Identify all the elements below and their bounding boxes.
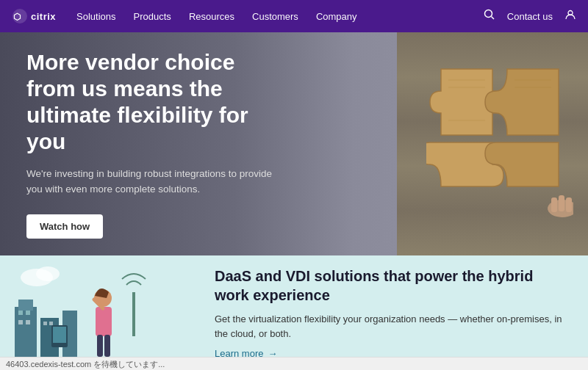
svg-point-2 [484,10,492,18]
hero-section: More vendor choice from us means the ult… [0,32,588,255]
svg-rect-28 [96,307,112,336]
city-illustration [7,255,184,370]
nav-item-solutions[interactable]: Solutions [76,11,115,22]
nav-item-customers[interactable]: Customers [252,11,298,22]
svg-rect-24 [43,322,47,325]
status-bar: 46403.cedexis-test.com を待機しています... [0,357,588,370]
svg-rect-26 [132,292,135,336]
svg-rect-25 [49,322,53,325]
hero-content: More vendor choice from us means the ult… [0,32,309,255]
bottom-description: Get the virtualization flexibility your … [215,312,564,341]
svg-rect-30 [97,335,103,357]
hero-image [323,32,588,255]
puzzle-illustration [426,62,573,223]
bottom-content: DaaS and VDI solutions that power the hy… [191,255,588,370]
hero-title: More vendor choice from us means the ult… [26,49,282,155]
svg-point-15 [36,266,60,281]
svg-rect-12 [559,195,564,211]
svg-rect-11 [551,197,557,212]
user-icon[interactable] [564,9,576,23]
svg-rect-17 [18,300,33,311]
svg-line-3 [491,17,494,20]
svg-rect-23 [26,320,30,324]
logo-text: citrix [31,11,56,22]
nav-right: Contact us [484,9,576,23]
bottom-title: DaaS and VDI solutions that power the hy… [215,266,564,305]
svg-rect-13 [566,197,572,212]
citrix-logo-icon: ⬡ [12,8,28,24]
bottom-section: DaaS and VDI solutions that power the hy… [0,255,588,370]
nav-item-products[interactable]: Products [134,11,171,22]
nav-item-resources[interactable]: Resources [189,11,234,22]
nav-item-company[interactable]: Company [316,11,357,22]
status-text: 46403.cedexis-test.com を待機しています... [6,360,165,369]
svg-rect-33 [53,327,66,343]
watch-how-button[interactable]: Watch how [26,214,103,239]
hero-subtitle: We're investing in building robust integ… [26,167,282,197]
illustration-area [0,255,191,370]
navbar: ⬡ citrix Solutions Products Resources Cu… [0,0,588,32]
search-icon[interactable] [484,9,495,23]
svg-rect-31 [104,335,110,357]
svg-rect-20 [18,311,23,315]
svg-rect-21 [26,311,30,315]
svg-rect-22 [18,320,23,324]
contact-us-link[interactable]: Contact us [507,11,553,22]
citrix-logo[interactable]: ⬡ citrix [12,8,56,24]
nav-links: Solutions Products Resources Customers C… [76,11,484,22]
